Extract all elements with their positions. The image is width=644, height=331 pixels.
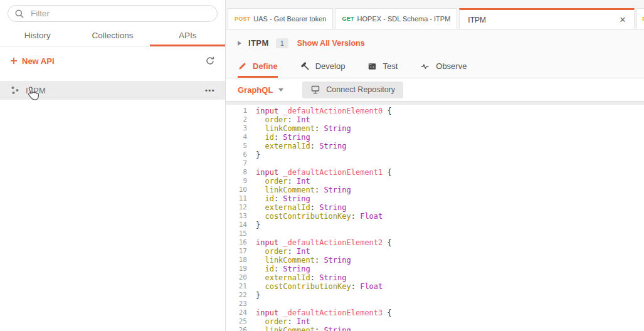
code-text: } [247,150,260,159]
code-text: id: String [247,194,310,203]
code-line: 6} [226,150,644,159]
code-line: 9 order: Int [226,177,644,186]
code-text: input _defaultActionElement2 { [247,238,392,247]
sidebar-tabs: HistoryCollectionsAPIs [0,26,225,47]
code-text: input _defaultActionElement0 { [247,107,392,115]
version-badge: 1 [276,38,288,48]
code-line: 25 order: Int [226,317,644,326]
connect-repository-button[interactable]: Connect Repository [302,81,403,98]
tab-develop[interactable]: Develop [300,56,346,78]
pencil-icon [238,61,247,71]
filter-box[interactable] [8,5,218,22]
line-number: 24 [226,308,247,317]
code-text: externalId: String [247,203,347,212]
line-number: 18 [226,256,247,265]
request-tab-label: UAS - Get Bearer token [253,15,326,23]
sidebar-tab-collections[interactable]: Collections [75,26,150,46]
code-line: 10 linkComment: String [226,186,644,194]
line-number: 17 [226,247,247,256]
code-text: order: Int [247,247,310,256]
code-text: externalId: String [247,142,347,150]
code-line: 18 linkComment: String [226,256,644,265]
main-panel: POSTUAS - Get Bearer tokenGETHOPEX - SDL… [226,0,644,331]
request-tabbar: POSTUAS - Get Bearer tokenGETHOPEX - SDL… [226,0,644,29]
code-text: costContributionKey: Float [247,282,383,291]
line-number: 5 [226,142,247,150]
code-text: linkComment: String [247,256,351,265]
request-tab-post[interactable]: POST [636,8,644,29]
schema-toolbar: GraphQL Connect Repository [226,78,644,101]
line-number: 9 [226,177,247,186]
line-number: 1 [226,107,247,115]
filter-input[interactable] [29,8,211,19]
request-tab-uas-get-bearer-token[interactable]: POSTUAS - Get Bearer token [228,8,333,29]
section-tab-label: Develop [315,61,346,71]
api-header: ITPM 1 Show All Versions [226,29,644,56]
repository-icon [310,85,320,95]
tab-observe[interactable]: Observe [420,56,467,78]
code-text: externalId: String [247,273,347,282]
method-badge: POST [235,16,250,22]
code-line: 24input _defaultActionElement3 { [226,308,644,317]
line-number: 16 [226,238,247,247]
code-text: order: Int [247,317,310,326]
sidebar-tab-history[interactable]: History [0,26,75,46]
line-number: 20 [226,273,247,282]
code-line: 11 id: String [226,194,644,203]
line-number: 21 [226,282,247,291]
line-number: 23 [226,300,247,308]
sidebar-actions: New API [0,47,225,75]
tab-define[interactable]: Define [238,56,278,78]
code-text: costContributionKey: Float [247,212,383,221]
sidebar-item-itpm[interactable]: ITPM ••• [0,81,225,100]
new-api-label: New API [22,56,55,66]
section-tab-label: Observe [436,61,467,71]
new-api-button[interactable]: New API [10,56,55,66]
line-number: 4 [226,133,247,142]
code-text: linkComment: String [247,326,351,331]
code-text [247,159,256,168]
refresh-icon[interactable] [205,56,215,66]
code-text [247,300,256,308]
api-title: ITPM [248,38,269,48]
disclosure-arrow-icon[interactable] [238,41,241,46]
line-number: 11 [226,194,247,203]
plus-icon [10,57,18,65]
code-editor[interactable]: 1input _defaultActionElement0 {2 order: … [226,105,644,331]
code-line: 3 linkComment: String [226,124,644,133]
schema-type-dropdown[interactable]: GraphQL [238,85,283,95]
code-line: 16input _defaultActionElement2 { [226,238,644,247]
line-number: 8 [226,168,247,177]
close-icon[interactable]: ✕ [619,16,626,24]
chevron-down-icon [278,88,283,92]
line-number: 14 [226,221,247,229]
code-line: 13 costContributionKey: Float [226,212,644,221]
request-tab-itpm[interactable]: ITPM✕ [459,8,635,29]
request-tab-hopex-sdl-schema-itpm[interactable]: GETHOPEX - SDL Schema - ITPM [335,8,457,29]
line-number: 25 [226,317,247,326]
line-number: 2 [226,115,247,124]
code-line: 14} [226,221,644,229]
code-text: order: Int [247,115,310,124]
code-text: } [247,221,260,229]
line-number: 15 [226,229,247,238]
api-item-label: ITPM [26,86,205,95]
item-options-icon[interactable]: ••• [205,87,215,94]
code-line: 5 externalId: String [226,142,644,150]
sidebar-tab-apis[interactable]: APIs [150,26,225,46]
method-badge: GET [342,16,354,22]
tab-test[interactable]: Test [367,56,398,78]
request-tab-label: ITPM [468,16,486,24]
section-tabs: DefineDevelopTestObserve [226,56,644,78]
code-line: 4 id: String [226,133,644,142]
show-all-versions-link[interactable]: Show All Versions [297,39,365,48]
code-text: input _defaultActionElement3 { [247,308,392,317]
code-line: 7 [226,159,644,168]
section-tab-label: Test [383,61,398,71]
line-number: 10 [226,186,247,194]
code-line: 23 [226,300,644,308]
code-text: input _defaultActionElement1 { [247,168,392,177]
sidebar: HistoryCollectionsAPIs New API ITPM ••• [0,0,226,331]
code-line: 22} [226,291,644,300]
code-text [247,229,256,238]
